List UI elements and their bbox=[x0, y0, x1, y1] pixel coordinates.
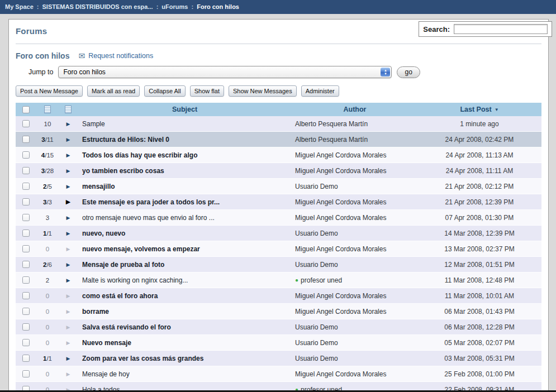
expand-thread-icon[interactable]: ▶ bbox=[66, 121, 70, 127]
table-row[interactable]: 0▶Salva está revisando el foroUsuario De… bbox=[16, 319, 541, 335]
thread-subject-link[interactable]: Mensaje de prueba al foto bbox=[82, 261, 164, 269]
expand-thread-icon[interactable]: ▶ bbox=[66, 371, 70, 377]
toolbar-button-collapse-all[interactable]: Collapse All bbox=[144, 85, 185, 97]
row-checkbox[interactable] bbox=[22, 339, 30, 346]
expand-thread-icon[interactable]: ▶ bbox=[66, 231, 70, 236]
row-checkbox[interactable] bbox=[22, 355, 30, 362]
table-row[interactable]: 0▶Nuevo mensajeUsuario Demo05 Mar 2008, … bbox=[16, 335, 541, 351]
row-checkbox[interactable] bbox=[22, 198, 30, 205]
table-row[interactable]: 0▶borrameMiguel Angel Cordova Morales06 … bbox=[16, 304, 541, 319]
thread-subject-link[interactable]: Todos los días hay que escribir algo bbox=[82, 151, 198, 159]
toolbar-button-show-new-messages[interactable]: Show New Messages bbox=[229, 85, 297, 97]
last-post-time: 06 Mar 2008, 12:28 PM bbox=[444, 323, 514, 331]
thread-subject-link[interactable]: yo tambien escribo cosas bbox=[82, 167, 164, 175]
jump-to-select[interactable]: Foro con hilos ▲▼ bbox=[58, 66, 392, 78]
row-checkbox[interactable] bbox=[22, 276, 30, 284]
table-row[interactable]: 1/1▶nuevo, nuevoUsuario Demo14 Mar 2008,… bbox=[16, 226, 541, 241]
row-checkbox[interactable] bbox=[22, 292, 30, 299]
breadcrumb-link[interactable]: My Space bbox=[5, 3, 34, 10]
request-notifications-link[interactable]: Request notifications bbox=[88, 52, 153, 60]
expand-thread-icon[interactable]: ▶ bbox=[66, 262, 70, 267]
table-row[interactable]: 2/5▶mensajilloUsuario Demo21 Apr 2008, 0… bbox=[16, 179, 541, 194]
expand-thread-icon[interactable]: ▶ bbox=[66, 293, 70, 299]
breadcrumb-link[interactable]: uForums bbox=[161, 3, 188, 10]
toolbar-button-mark-all-as-read[interactable]: Mark all as read bbox=[87, 85, 140, 97]
message-count-cell: 1/1 bbox=[36, 230, 59, 237]
table-row[interactable]: 3/11▶Estructura de Hilos: Nivel 0Alberto… bbox=[16, 132, 541, 147]
thread-subject-link[interactable]: Estructura de Hilos: Nivel 0 bbox=[82, 136, 169, 144]
expand-thread-icon[interactable]: ▶ bbox=[66, 152, 70, 158]
expand-thread-icon[interactable]: ▶ bbox=[66, 198, 70, 205]
author-column-header[interactable]: Author bbox=[292, 106, 417, 113]
thread-subject-link[interactable]: otro mensaje nuevo mas que envio al foro… bbox=[82, 214, 215, 222]
breadcrumb-link[interactable]: SISTEMAS DISTRIBUIDOS con espa... bbox=[42, 3, 153, 10]
table-row[interactable]: 3/28▶yo tambien escribo cosasMiguel Ange… bbox=[16, 163, 541, 179]
thread-subject-link[interactable]: Sample bbox=[82, 120, 105, 128]
thread-subject-link[interactable]: nuevo, nuevo bbox=[82, 230, 125, 237]
row-checkbox[interactable] bbox=[22, 214, 30, 221]
table-row[interactable]: 4/15▶Todos los días hay que escribir alg… bbox=[16, 147, 541, 163]
expand-thread-icon[interactable]: ▶ bbox=[66, 137, 70, 142]
subject-column-header[interactable]: Subject bbox=[77, 106, 292, 113]
thread-subject-link[interactable]: Mensaje de hoy bbox=[82, 370, 130, 378]
go-button[interactable]: go bbox=[397, 66, 420, 78]
table-row[interactable]: 10▶SampleAlberto Pesquera Martín1 minute… bbox=[16, 116, 541, 132]
expand-thread-icon[interactable]: ▶ bbox=[66, 340, 70, 346]
table-header-row: Subject Author Last Post ▼ bbox=[16, 103, 541, 116]
expand-thread-icon[interactable]: ▶ bbox=[66, 324, 70, 330]
row-checkbox[interactable] bbox=[22, 183, 30, 190]
row-checkbox[interactable] bbox=[22, 120, 30, 127]
lastpost-column-header[interactable]: Last Post ▼ bbox=[417, 106, 541, 113]
expand-cell: ▶ bbox=[59, 246, 77, 252]
subject-cell: Mensaje de prueba al foto bbox=[77, 261, 292, 269]
table-row[interactable]: 0▶nuevo mensaje, volvemos a empezarMigue… bbox=[16, 241, 541, 257]
row-checkbox-cell bbox=[16, 151, 36, 159]
expand-thread-icon[interactable]: ▶ bbox=[66, 356, 70, 361]
table-row[interactable]: 2▶Malte is working on nginx caching...●p… bbox=[16, 273, 541, 288]
thread-subject-link[interactable]: Este mensaje es para joder a todos los p… bbox=[82, 198, 220, 206]
message-count: 3/3 bbox=[43, 199, 52, 205]
expand-thread-icon[interactable]: ▶ bbox=[66, 309, 70, 314]
thread-subject-link[interactable]: Malte is working on nginx caching... bbox=[82, 276, 188, 284]
table-row[interactable]: 2/6▶Mensaje de prueba al fotoUsuario Dem… bbox=[16, 257, 541, 273]
thread-subject-link[interactable]: mensajillo bbox=[82, 183, 115, 190]
toolbar-button-administer[interactable]: Administer bbox=[301, 85, 339, 97]
subject-cell: nuevo, nuevo bbox=[77, 230, 292, 237]
subject-cell: mensajillo bbox=[77, 183, 292, 190]
message-count-cell: 1/1 bbox=[36, 355, 59, 362]
row-checkbox[interactable] bbox=[22, 136, 30, 143]
thread-subject-link[interactable]: borrame bbox=[82, 308, 109, 315]
thread-subject-link[interactable]: Salva está revisando el foro bbox=[82, 323, 171, 331]
expand-thread-icon[interactable]: ▶ bbox=[66, 215, 70, 221]
thread-subject-link[interactable]: Nuevo mensaje bbox=[82, 339, 131, 347]
subject-cell: nuevo mensaje, volvemos a empezar bbox=[77, 245, 292, 253]
row-checkbox[interactable] bbox=[22, 151, 30, 159]
table-row[interactable]: 0▶Mensaje de hoyMiguel Angel Cordova Mor… bbox=[16, 366, 541, 382]
thread-subject-link[interactable]: nuevo mensaje, volvemos a empezar bbox=[82, 245, 200, 253]
row-checkbox[interactable] bbox=[22, 230, 30, 237]
row-checkbox[interactable] bbox=[22, 167, 30, 174]
author-name: Usuario Demo bbox=[295, 230, 338, 237]
table-row[interactable]: 3▶otro mensaje nuevo mas que envio al fo… bbox=[16, 210, 541, 226]
row-checkbox[interactable] bbox=[22, 261, 30, 268]
row-checkbox[interactable] bbox=[22, 308, 30, 315]
thread-subject-link[interactable]: como está el foro ahora bbox=[82, 292, 158, 300]
select-all-checkbox[interactable] bbox=[22, 106, 30, 113]
search-input[interactable] bbox=[454, 24, 548, 34]
row-checkbox[interactable] bbox=[22, 323, 30, 331]
expand-thread-icon[interactable]: ▶ bbox=[66, 184, 70, 189]
table-row[interactable]: 3/3▶Este mensaje es para joder a todos l… bbox=[16, 194, 541, 210]
table-row[interactable]: 0▶como está el foro ahoraMiguel Angel Co… bbox=[16, 288, 541, 304]
last-post-time: 05 Mar 2008, 02:07 PM bbox=[444, 339, 514, 347]
expand-thread-icon[interactable]: ▶ bbox=[66, 246, 70, 252]
toolbar-button-post-a-new-message[interactable]: Post a New Message bbox=[16, 85, 83, 97]
row-checkbox[interactable] bbox=[22, 370, 30, 377]
last-post-time: 11 Mar 2008, 12:48 PM bbox=[445, 276, 515, 284]
expand-thread-icon[interactable]: ▶ bbox=[66, 168, 70, 174]
table-row[interactable]: 1/1▶Zoom para ver las cosas más grandesU… bbox=[16, 351, 541, 366]
toolbar-button-show-flat[interactable]: Show flat bbox=[190, 85, 224, 97]
thread-subject-link[interactable]: Zoom para ver las cosas más grandes bbox=[82, 355, 203, 362]
expand-thread-icon[interactable]: ▶ bbox=[66, 278, 70, 283]
row-checkbox[interactable] bbox=[22, 245, 30, 252]
lastpost-cell: 06 Mar 2008, 01:43 PM bbox=[417, 308, 541, 315]
